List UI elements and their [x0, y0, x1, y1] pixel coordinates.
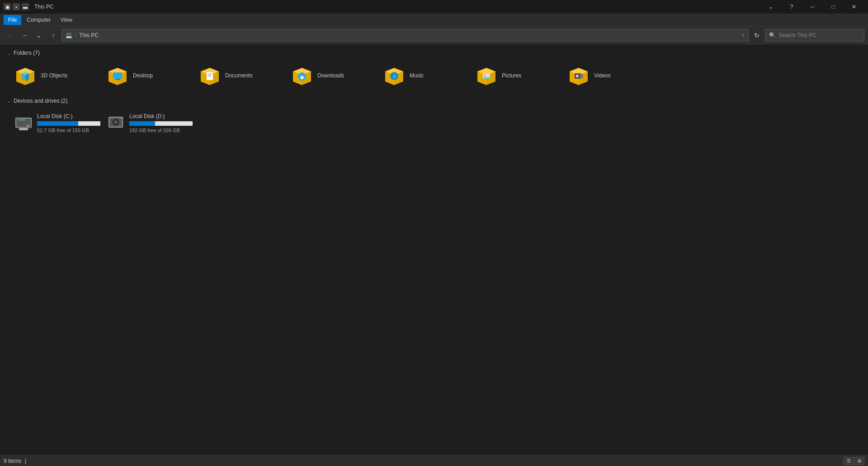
list-item[interactable]: Local Disk (C:) 52.7 GB free of 150 GB — [11, 109, 101, 146]
address-computer-icon: 💻 — [66, 32, 72, 38]
svg-rect-46 — [15, 127, 32, 128]
window-title: This PC — [33, 4, 757, 10]
drive-d-icon — [107, 113, 125, 131]
tab-view[interactable]: View — [56, 15, 77, 25]
folder-downloads-icon — [291, 65, 313, 87]
folder-desktop-icon — [107, 65, 128, 87]
drive-c-bar-fill — [37, 121, 78, 126]
address-drop-arrow: ∨ — [741, 33, 745, 38]
forward-button[interactable]: → — [18, 29, 31, 42]
refresh-button[interactable]: ↻ — [750, 29, 763, 42]
list-item[interactable]: Local Disk (D:) 192 GB free of 326 GB — [103, 109, 193, 146]
folder-videos-icon — [568, 65, 590, 87]
folder-3d-icon — [14, 65, 36, 87]
drives-section-label: Devices and drives (2) — [14, 98, 67, 104]
svg-rect-45 — [18, 119, 25, 120]
folders-section-label: Folders (7) — [14, 50, 40, 56]
title-bar: ▣ ▪ ▬ This PC ⌄ ? ─ □ ✕ — [0, 0, 868, 14]
svg-point-34 — [484, 74, 486, 76]
toolbar: ← → ⌄ ↑ 💻 › This PC ∨ ↻ 🔍 Search This PC — [0, 26, 868, 44]
list-item[interactable]: Desktop — [103, 62, 193, 90]
window-controls: ⌄ ? ─ □ ✕ — [760, 0, 864, 14]
content-area: ⌄ Folders (7) 3D Objects — [0, 44, 868, 455]
restore-button[interactable]: □ — [823, 0, 844, 14]
app-icon-2: ▪ — [13, 3, 20, 10]
folder-music-icon: ♪ — [383, 65, 405, 87]
history-dropdown-button[interactable]: ⌄ — [33, 29, 45, 42]
folder-downloads-label: Downloads — [317, 72, 344, 80]
folder-3d-label: 3D Objects — [41, 72, 67, 80]
chevron-down-icon[interactable]: ⌄ — [760, 0, 781, 14]
folder-documents-label: Documents — [225, 72, 253, 80]
address-separator: › — [75, 33, 76, 38]
drive-c-bar — [37, 121, 100, 126]
list-item[interactable]: Videos — [564, 62, 655, 90]
svg-text:♪: ♪ — [393, 73, 396, 79]
drive-d-info: Local Disk (D:) 192 GB free of 326 GB — [129, 113, 190, 133]
main-area: ⌄ Folders (7) 3D Objects — [0, 44, 868, 455]
folders-grid: 3D Objects Desktop — [11, 62, 861, 90]
drive-d-free: 192 GB free of 326 GB — [129, 128, 190, 133]
svg-rect-47 — [19, 128, 28, 130]
svg-point-52 — [120, 117, 122, 119]
search-placeholder: Search This PC — [778, 32, 816, 38]
grid-view-button[interactable]: ⊞ — [854, 457, 864, 465]
address-path: This PC — [79, 32, 99, 38]
list-item[interactable]: Downloads — [288, 62, 378, 90]
folder-desktop-label: Desktop — [133, 72, 153, 80]
ribbon: File Computer View — [0, 14, 868, 26]
up-button[interactable]: ↑ — [47, 29, 60, 42]
folder-music-label: Music — [410, 72, 424, 80]
list-view-button[interactable]: ☰ — [844, 457, 854, 465]
folder-documents-icon — [199, 65, 221, 87]
drive-d-bar-fill — [129, 121, 155, 126]
drive-d-name: Local Disk (D:) — [129, 113, 190, 119]
status-separator: | — [25, 458, 26, 464]
folder-pictures-label: Pictures — [502, 72, 521, 80]
address-bar[interactable]: 💻 › This PC ∨ — [61, 29, 749, 42]
drives-section-header: ⌄ Devices and drives (2) — [7, 98, 861, 104]
tab-file[interactable]: File — [4, 15, 21, 25]
back-button[interactable]: ← — [4, 29, 16, 42]
svg-rect-9 — [113, 72, 122, 79]
app-icon-3: ▬ — [22, 3, 29, 10]
drive-c-free: 52.7 GB free of 150 GB — [37, 128, 98, 133]
close-button[interactable]: ✕ — [844, 0, 864, 14]
list-item[interactable]: Documents — [195, 62, 286, 90]
folder-videos-label: Videos — [594, 72, 610, 80]
folders-chevron-icon: ⌄ — [7, 51, 11, 56]
tab-computer[interactable]: Computer — [22, 15, 55, 25]
search-icon: 🔍 — [769, 32, 776, 38]
folders-section-header: ⌄ Folders (7) — [7, 50, 861, 56]
drive-d-bar — [129, 121, 193, 126]
drive-c-icon — [14, 113, 33, 131]
drive-c-name: Local Disk (C:) — [37, 113, 98, 119]
status-bar: 9 items | ☰ ⊞ — [0, 455, 868, 466]
list-item[interactable]: 3D Objects — [11, 62, 101, 90]
drive-c-info: Local Disk (C:) 52.7 GB free of 150 GB — [37, 113, 98, 133]
search-bar[interactable]: 🔍 Search This PC — [765, 29, 864, 42]
svg-rect-10 — [115, 79, 120, 80]
list-item[interactable]: Pictures — [472, 62, 562, 90]
title-bar-icons: ▣ ▪ ▬ — [4, 3, 29, 10]
svg-point-51 — [114, 121, 117, 124]
help-icon[interactable]: ? — [781, 0, 802, 14]
list-item[interactable]: ♪ Music — [380, 62, 470, 90]
view-toggle-buttons: ☰ ⊞ — [844, 457, 864, 465]
app-icon-1: ▣ — [4, 3, 11, 10]
drives-chevron-icon: ⌄ — [7, 99, 11, 104]
minimize-button[interactable]: ─ — [802, 0, 823, 14]
drives-grid: Local Disk (C:) 52.7 GB free of 150 GB — [11, 109, 861, 146]
folder-pictures-icon — [476, 65, 497, 87]
status-item-count: 9 items — [4, 458, 21, 464]
